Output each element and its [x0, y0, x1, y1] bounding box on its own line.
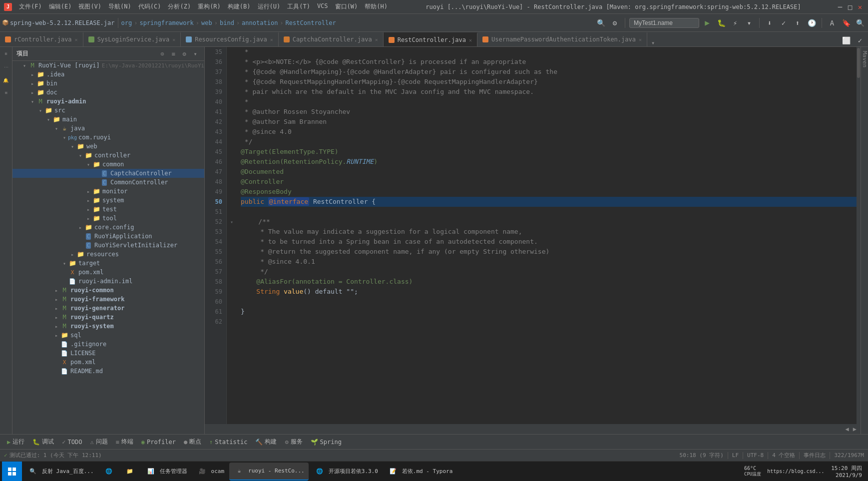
breadcrumb-bind[interactable]: bind [220, 19, 234, 26]
tab-close-captchacontroller[interactable]: ✕ [375, 37, 378, 42]
vcs-push-button[interactable]: ⬆ [792, 17, 804, 29]
settings-button[interactable]: ⚙ [609, 17, 621, 29]
tab-rcontroller[interactable]: rController.java ✕ [0, 32, 83, 46]
cursor-pos-item[interactable]: 50:18 (9 字符) [680, 452, 724, 459]
tree-arrow-idea[interactable]: ▸ [28, 72, 36, 77]
tree-item-ruoyiapp[interactable]: C RuoYiApplication [12, 232, 204, 241]
coverage-button[interactable]: ⚡ [729, 17, 741, 29]
sidebar-gear-button[interactable]: ▾ [190, 49, 200, 59]
tree-arrow-ruoyi-generator[interactable]: ▸ [52, 306, 60, 311]
tab-restcontroller[interactable]: RestController.java ✕ [384, 32, 477, 46]
menu-bar[interactable]: 文件(F) 编辑(E) 视图(V) 导航(N) 代码(C) 分析(Z) 重构(R… [16, 1, 391, 12]
line-ending-item[interactable]: LF [732, 452, 739, 459]
tree-item-gitignore[interactable]: 📄 .gitignore [12, 340, 204, 349]
tree-arrow-ruoyi-admin[interactable]: ▾ [28, 99, 36, 104]
taskbar-item-ruoyi[interactable]: ☕ ruoyi - RestCo... [229, 463, 309, 481]
start-button[interactable] [2, 462, 22, 481]
tree-item-main[interactable]: ▾ 📁 main [12, 115, 204, 124]
debug-button-bottom[interactable]: 🐛 调试 [29, 437, 57, 447]
translate-button[interactable]: A [826, 17, 838, 29]
tree-item-web[interactable]: ▾ 📁 web [12, 142, 204, 151]
close-button[interactable]: ✕ [856, 3, 864, 11]
tree-arrow-root[interactable]: ▾ [20, 63, 28, 68]
breadcrumb-web[interactable]: web [201, 19, 212, 26]
run-button-bottom[interactable]: ▶ 运行 [4, 437, 27, 447]
encoding-item[interactable]: UTF-8 [747, 452, 764, 459]
todo-button-bottom[interactable]: ✓ TODO [59, 438, 85, 447]
vcs-commit-button[interactable]: ✓ [778, 17, 790, 29]
tree-item-com-ruoyi[interactable]: ▾ pkg com.ruoyi [12, 133, 204, 142]
tree-arrow-target[interactable]: ▾ [60, 261, 68, 266]
sidebar-sync-button[interactable]: ⊙ [157, 49, 167, 59]
tab-captchacontroller[interactable]: CaptchaController.java ✕ [279, 32, 384, 46]
tree-item-ruoyi-system[interactable]: ▸ M ruoyi-system [12, 322, 204, 331]
tree-item-ruoyi-quartz[interactable]: ▸ M ruoyi-quartz [12, 313, 204, 322]
tree-item-license[interactable]: 📄 LICENSE [12, 349, 204, 358]
menu-build[interactable]: 构建(B) [225, 1, 254, 12]
profiler-button-bottom[interactable]: ◉ Profiler [138, 438, 179, 447]
tree-item-java[interactable]: ▾ ☕ java [12, 124, 204, 133]
tree-item-ruoyi-generator[interactable]: ▸ M ruoyi-generator [12, 304, 204, 313]
indent-item[interactable]: 4 个空格 [772, 452, 795, 459]
editor-content[interactable]: 35 36 37 38 39 40 41 42 43 44 45 46 47 4… [205, 47, 861, 424]
tree-arrow-common[interactable]: ▾ [84, 162, 92, 167]
search-everywhere-button[interactable]: 🔍 [595, 17, 607, 29]
scroll-right-button[interactable]: ▶ [851, 426, 859, 433]
tree-item-sql[interactable]: ▸ 📁 sql [12, 331, 204, 340]
menu-help[interactable]: 帮助(H) [362, 1, 391, 12]
run-config-search[interactable] [629, 18, 699, 28]
tree-arrow-doc[interactable]: ▸ [28, 90, 36, 95]
tree-item-controller[interactable]: ▾ 📁 controller [12, 151, 204, 160]
taskbar-item-ruoyi-web[interactable]: 🌐 开源项目若依3.3.0 [310, 463, 382, 481]
taskbar-item-explorer[interactable]: 📁 [120, 463, 140, 481]
tree-arrow-sql[interactable]: ▸ [52, 333, 60, 338]
menu-file[interactable]: 文件(F) [16, 1, 45, 12]
tree-arrow-monitor[interactable]: ▸ [84, 189, 92, 194]
breadcrumb-org[interactable]: org [121, 19, 132, 26]
tree-item-common[interactable]: ▾ 📁 common [12, 160, 204, 169]
tree-arrow-ruoyi-framework[interactable]: ▸ [52, 297, 60, 302]
taskbar-item-browser[interactable]: 🌐 [99, 463, 119, 481]
tree-arrow-ruoyi-quartz[interactable]: ▸ [52, 315, 60, 320]
spring-button-bottom[interactable]: 🌱 Spring [308, 438, 345, 447]
tree-arrow-src[interactable]: ▾ [36, 108, 44, 113]
tree-item-captcha[interactable]: C CaptchaController [12, 169, 204, 178]
split-editor-button[interactable]: ⬜ [840, 34, 852, 46]
tab-close-rcontroller[interactable]: ✕ [75, 37, 78, 42]
menu-code[interactable]: 代码(C) [135, 1, 164, 12]
tree-item-doc[interactable]: ▸ 📁 doc [12, 88, 204, 97]
line-info-item[interactable]: 322/1967M [834, 452, 864, 459]
menu-navigate[interactable]: 导航(N) [105, 1, 134, 12]
event-log-item[interactable]: 事件日志 [804, 452, 826, 459]
tree-arrow-bin[interactable]: ▸ [28, 81, 36, 86]
tree-item-readme[interactable]: 📄 README.md [12, 367, 204, 376]
tab-more-button[interactable]: ▾ [647, 39, 659, 46]
breadcrumb-restcontroller[interactable]: RestController [286, 19, 336, 26]
window-controls[interactable]: ─ □ ✕ [836, 3, 864, 11]
tab-sysloginservice[interactable]: SysLoginService.java ✕ [83, 32, 181, 46]
tree-arrow-system[interactable]: ▸ [84, 198, 92, 203]
menu-run[interactable]: 运行(U) [255, 1, 284, 12]
tab-close-sysloginservice[interactable]: ✕ [172, 37, 175, 42]
tree-item-core-config[interactable]: ▸ 📁 core.config [12, 223, 204, 232]
tree-item-target[interactable]: ▾ 📁 target [12, 259, 204, 268]
tree-item-idea[interactable]: ▸ 📁 .idea [12, 70, 204, 79]
tree-arrow-com-ruoyi[interactable]: ▾ [60, 135, 68, 140]
tree-arrow-resources[interactable]: ▸ [68, 252, 76, 257]
menu-analyze[interactable]: 分析(Z) [165, 1, 194, 12]
breakpoints-button-bottom[interactable]: ● 断点 [181, 437, 204, 447]
tab-close-usernamepassword[interactable]: ✕ [639, 37, 642, 42]
taskbar-item-ocam[interactable]: 🎥 ocam [192, 463, 229, 481]
menu-refactor[interactable]: 重构(R) [195, 1, 224, 12]
tree-arrow-ruoyi-system[interactable]: ▸ [52, 324, 60, 329]
vcs-history-button[interactable]: 🕐 [806, 17, 818, 29]
tree-item-src[interactable]: ▾ 📁 src [12, 106, 204, 115]
menu-tools[interactable]: 工具(T) [284, 1, 313, 12]
editor-scrollbar[interactable] [857, 47, 861, 424]
menu-window[interactable]: 窗口(W) [332, 1, 361, 12]
fold-icon-52[interactable]: ▾ [230, 219, 233, 225]
activity-structure[interactable]: ≡ [1, 49, 11, 59]
tree-item-servlet[interactable]: C RuoYiServletInitializer [12, 241, 204, 250]
tree-item-ruoyi-framework[interactable]: ▸ M ruoyi-framework [12, 295, 204, 304]
tree-item-tool[interactable]: ▸ 📁 tool [12, 214, 204, 223]
